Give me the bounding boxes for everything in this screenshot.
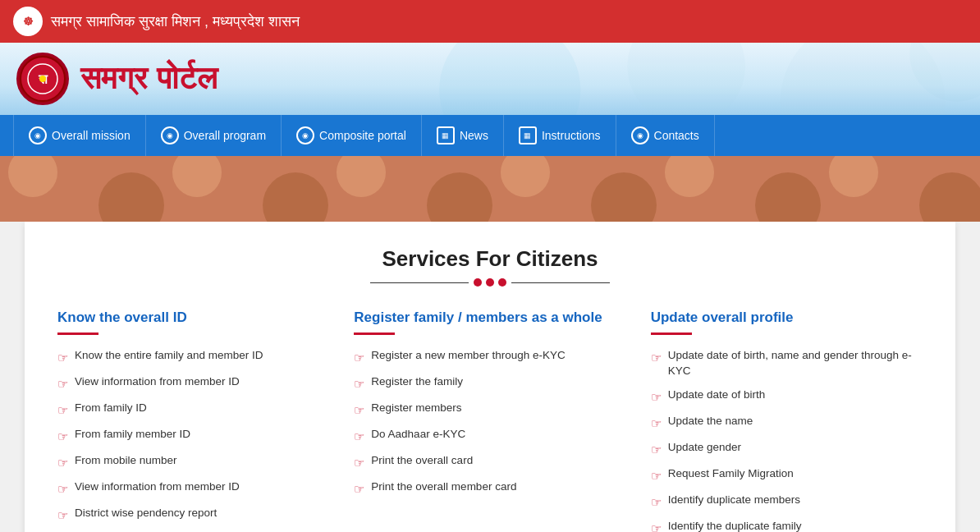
divider-dot-2 bbox=[486, 278, 494, 287]
nav-item-instructions[interactable]: ▦ Instructions bbox=[504, 115, 616, 156]
nav-icon-news: ▦ bbox=[437, 126, 455, 144]
service-item-text: View information from member ID bbox=[75, 374, 240, 390]
list-icon: ☞ bbox=[354, 480, 364, 498]
services-grid: Know the overall ID ☞ Know the entire fa… bbox=[57, 310, 923, 532]
service-item-text: Request Family Migration bbox=[668, 466, 794, 482]
service-item-text: Update gender bbox=[668, 440, 741, 456]
service-column-3: Update overall profile ☞ Update date of … bbox=[651, 310, 923, 532]
service-item-text: From family ID bbox=[75, 401, 147, 416]
svg-point-11 bbox=[657, 156, 821, 222]
main-content: Services For Citizens Know the overall I… bbox=[25, 222, 955, 532]
list-icon: ☞ bbox=[57, 349, 68, 366]
service-item-text: Print the overall card bbox=[371, 453, 473, 469]
service-col-underline-1 bbox=[57, 332, 98, 335]
list-item[interactable]: ☞ Print the overall card bbox=[354, 453, 625, 471]
list-item[interactable]: ☞ Print the overall member card bbox=[354, 479, 625, 498]
list-icon: ☞ bbox=[651, 349, 662, 366]
service-item-text: Update date of birth bbox=[668, 388, 766, 403]
list-item[interactable]: ☞ View information from member ID bbox=[57, 374, 329, 392]
list-item[interactable]: ☞ Register members bbox=[354, 401, 625, 419]
list-icon: ☞ bbox=[651, 493, 662, 511]
nav-label-contacts: Contacts bbox=[654, 129, 699, 142]
list-icon: ☞ bbox=[354, 375, 364, 392]
list-item[interactable]: ☞ Know the entire family and member ID bbox=[57, 348, 329, 366]
list-icon: ☞ bbox=[354, 428, 364, 445]
list-item[interactable]: ☞ From family member ID bbox=[57, 427, 329, 445]
service-item-text: Identify the duplicate family bbox=[668, 519, 802, 532]
list-icon: ☞ bbox=[57, 480, 68, 498]
nav-icon-overall-program: ◉ bbox=[161, 126, 179, 144]
nav-item-news[interactable]: ▦ News bbox=[422, 115, 504, 156]
list-item[interactable]: ☞ Update date of birth, name and gender … bbox=[651, 348, 923, 379]
list-item[interactable]: ☞ Update date of birth bbox=[651, 388, 923, 406]
list-icon: ☞ bbox=[57, 428, 68, 445]
service-col-underline-2 bbox=[354, 332, 395, 335]
svg-point-9 bbox=[66, 156, 263, 222]
service-item-text: From family member ID bbox=[75, 427, 190, 443]
nav-icon-composite-portal: ◉ bbox=[296, 126, 314, 144]
list-icon: ☞ bbox=[651, 415, 662, 432]
logo-bg-decoration bbox=[392, 43, 980, 115]
nav-item-contacts[interactable]: ◉ Contacts bbox=[616, 115, 715, 156]
service-item-text: Register a new member through e-KYC bbox=[371, 348, 565, 364]
list-icon: ☞ bbox=[57, 454, 68, 471]
list-item[interactable]: ☞ Update the name bbox=[651, 414, 923, 432]
nav-label-overall-mission: Overall mission bbox=[52, 129, 131, 142]
nav-label-news: News bbox=[460, 129, 488, 142]
list-icon: ☞ bbox=[354, 454, 364, 471]
divider-line-right bbox=[511, 282, 610, 283]
navbar: ◉ Overall mission ◉ Overall program ◉ Co… bbox=[0, 115, 980, 156]
section-title: Services For Citizens bbox=[57, 246, 923, 272]
svg-point-5 bbox=[627, 43, 744, 115]
svg-point-10 bbox=[287, 172, 534, 222]
service-item-text: Do Aadhaar e-KYC bbox=[371, 427, 465, 443]
list-item[interactable]: ☞ Identify the duplicate family bbox=[651, 519, 923, 532]
list-item[interactable]: ☞ Register the family bbox=[354, 374, 625, 392]
divider-dot-3 bbox=[498, 278, 506, 287]
logo-area: स समग्र पोर्टल bbox=[0, 43, 980, 115]
service-item-text: Know the entire family and member ID bbox=[75, 348, 263, 364]
svg-point-3 bbox=[39, 76, 46, 82]
service-item-text: Print the overall member card bbox=[371, 479, 516, 495]
nav-item-overall-program[interactable]: ◉ Overall program bbox=[146, 115, 282, 156]
list-item[interactable]: ☞ Update gender bbox=[651, 440, 923, 458]
list-icon: ☞ bbox=[651, 388, 662, 406]
list-icon: ☞ bbox=[651, 467, 662, 484]
svg-point-4 bbox=[439, 43, 580, 115]
service-item-text: View information from member ID bbox=[75, 479, 240, 495]
top-header-emblem: ☸ bbox=[13, 7, 43, 36]
list-item[interactable]: ☞ From family ID bbox=[57, 401, 329, 419]
list-item[interactable]: ☞ Do Aadhaar e-KYC bbox=[354, 427, 625, 445]
nav-label-instructions: Instructions bbox=[542, 129, 601, 142]
list-item[interactable]: ☞ View information from member ID bbox=[57, 479, 329, 498]
list-item[interactable]: ☞ Request Family Migration bbox=[651, 466, 923, 484]
list-item[interactable]: ☞ From mobile number bbox=[57, 453, 329, 471]
list-item[interactable]: ☞ District wise pendency report bbox=[57, 506, 329, 524]
service-column-1: Know the overall ID ☞ Know the entire fa… bbox=[57, 310, 329, 532]
service-col-title-3: Update overall profile bbox=[651, 310, 923, 326]
list-item[interactable]: ☞ Register a new member through e-KYC bbox=[354, 348, 625, 366]
service-item-text: Identify duplicate members bbox=[668, 493, 800, 508]
service-item-text: Update date of birth, name and gender th… bbox=[668, 348, 923, 379]
svg-rect-8 bbox=[0, 156, 980, 222]
nav-icon-overall-mission: ◉ bbox=[29, 126, 47, 144]
service-col-underline-3 bbox=[651, 332, 692, 335]
logo-text: समग्र पोर्टल bbox=[80, 61, 218, 97]
list-icon: ☞ bbox=[354, 349, 364, 366]
list-icon: ☞ bbox=[651, 520, 662, 532]
top-header: ☸ समग्र सामाजिक सुरक्षा मिशन , मध्यप्रदे… bbox=[0, 0, 980, 43]
service-item-text: Update the name bbox=[668, 414, 753, 429]
nav-label-overall-program: Overall program bbox=[184, 129, 266, 142]
list-item[interactable]: ☞ Identify duplicate members bbox=[651, 493, 923, 511]
nav-item-composite-portal[interactable]: ◉ Composite portal bbox=[282, 115, 422, 156]
nav-icon-instructions: ▦ bbox=[519, 126, 537, 144]
service-column-2: Register family / members as a whole ☞ R… bbox=[354, 310, 625, 532]
service-item-text: From mobile number bbox=[75, 453, 177, 469]
nav-item-overall-mission[interactable]: ◉ Overall mission bbox=[13, 115, 146, 156]
list-icon: ☞ bbox=[651, 441, 662, 458]
service-item-text: District wise pendency report bbox=[75, 506, 217, 521]
service-col-title-2: Register family / members as a whole bbox=[354, 310, 625, 326]
service-col-title-1: Know the overall ID bbox=[57, 310, 329, 326]
nav-label-composite-portal: Composite portal bbox=[319, 129, 406, 142]
list-icon: ☞ bbox=[354, 401, 364, 419]
